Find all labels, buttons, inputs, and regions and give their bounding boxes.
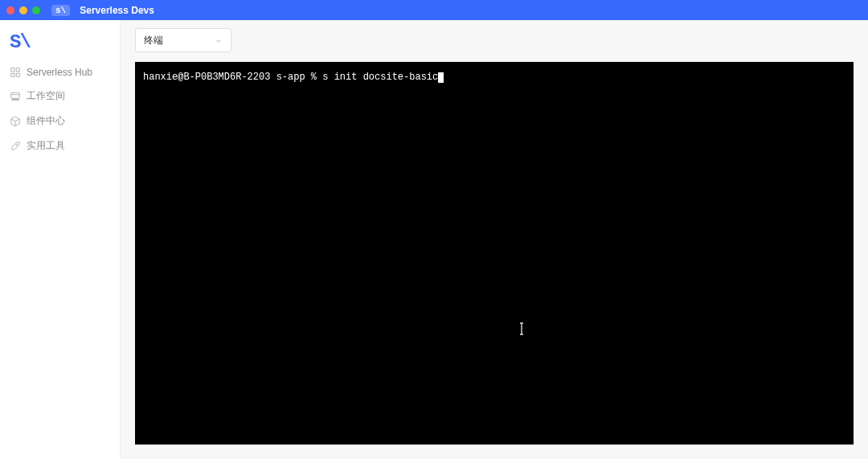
main-panel: 终端 hanxie@B-P0B3MD6R-2203 s-app % s init… <box>121 20 868 459</box>
minimize-window-button[interactable] <box>19 6 27 14</box>
terminal-line: hanxie@B-P0B3MD6R-2203 s-app % s init do… <box>143 70 845 84</box>
app-badge: s\ <box>51 5 70 16</box>
body: S\ Serverless Hub 工作空间 组件中心 实用工具 <box>0 20 868 459</box>
window-controls <box>6 6 40 14</box>
sidebar-item-components[interactable]: 组件中心 <box>0 109 120 133</box>
sidebar-item-label: 工作空间 <box>27 89 65 103</box>
apps-grid-icon <box>10 67 21 78</box>
app-title: Serverless Devs <box>80 5 154 16</box>
svg-rect-4 <box>11 92 20 98</box>
titlebar: s\ Serverless Devs <box>0 0 868 20</box>
maximize-window-button[interactable] <box>32 6 40 14</box>
workspace-icon <box>10 91 21 102</box>
sidebar-item-tools[interactable]: 实用工具 <box>0 133 120 158</box>
svg-rect-5 <box>12 99 18 100</box>
sidebar-item-serverless-hub[interactable]: Serverless Hub <box>0 61 120 84</box>
svg-rect-1 <box>16 68 19 72</box>
box-icon <box>10 116 21 127</box>
svg-point-6 <box>16 144 18 145</box>
terminal-cursor <box>438 72 444 83</box>
svg-rect-2 <box>11 73 14 76</box>
sidebar-item-label: 组件中心 <box>27 114 65 128</box>
mode-selector[interactable]: 终端 <box>135 28 231 52</box>
sidebar-item-workspace[interactable]: 工作空间 <box>0 84 120 109</box>
sidebar-item-label: 实用工具 <box>27 139 65 153</box>
svg-rect-3 <box>16 73 19 76</box>
terminal-prompt: hanxie@B-P0B3MD6R-2203 s-app % <box>143 70 322 84</box>
sidebar: S\ Serverless Hub 工作空间 组件中心 实用工具 <box>0 20 121 459</box>
rocket-icon <box>10 141 21 152</box>
svg-rect-0 <box>11 68 14 72</box>
mode-selector-label: 终端 <box>144 34 163 47</box>
sidebar-item-label: Serverless Hub <box>27 67 92 78</box>
terminal[interactable]: hanxie@B-P0B3MD6R-2203 s-app % s init do… <box>135 62 854 445</box>
terminal-command: s init docsite-basic <box>322 70 438 84</box>
text-cursor-icon <box>517 323 526 334</box>
sidebar-logo: S\ <box>0 28 120 61</box>
close-window-button[interactable] <box>6 6 14 14</box>
chevron-down-icon <box>215 36 223 44</box>
